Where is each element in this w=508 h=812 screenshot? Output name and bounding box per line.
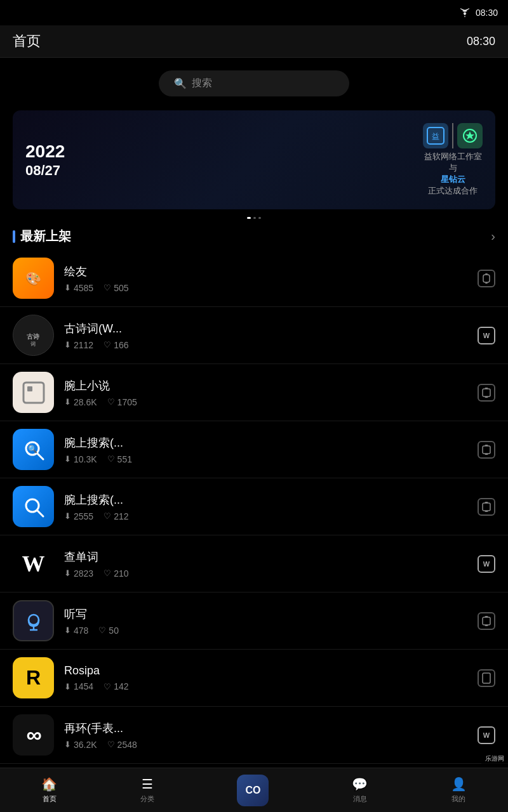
section-title-wrap: 最新上架 [13,228,71,245]
like-icon-9: ♡ [107,740,115,749]
nav-item-co[interactable]: CO [224,772,281,809]
logo-xingzuan [457,123,483,148]
category-icon: ☰ [142,776,153,792]
watermark: 乐游网 [481,753,508,764]
nav-item-category[interactable]: ☰ 分类 [128,774,167,806]
banner-date: 2022 08/27 [25,141,65,179]
download-count-2: 2112 [74,340,93,350]
dot-1 [253,217,256,219]
like-icon-4: ♡ [107,454,115,464]
app-item-2[interactable]: 古诗 词 古诗词(W... ⬇ 2112 ♡ 166 W [0,307,508,364]
app-stats-3: ⬇ 28.6K ♡ 1705 [64,397,472,407]
app-name-5: 腕上搜索(... [64,492,472,508]
search-bar[interactable]: 🔍 搜索 [159,70,349,96]
logo-yisoft: 益 [423,123,448,148]
section-title: 最新上架 [20,228,71,245]
app-info-7: 听写 ⬇ 478 ♡ 50 [64,606,472,636]
download-count-3: 28.6K [74,397,97,407]
app-item-6[interactable]: W 查单词 ⬇ 2823 ♡ 210 W [0,535,508,593]
app-stats-2: ⬇ 2112 ♡ 166 [64,340,472,350]
like-stat-8: ♡ 142 [104,681,128,691]
app-info-4: 腕上搜索(... ⬇ 10.3K ♡ 551 [64,435,472,464]
download-icon-7: ⬇ [64,625,71,635]
status-right: 08:30 [459,8,498,18]
nav-profile-label: 我的 [451,794,465,804]
search-placeholder: 搜索 [192,77,212,90]
download-count-5: 2555 [74,511,93,521]
app-info-8: Rosipa ⬇ 1454 ♡ 142 [64,664,472,691]
banner-right: 益 益软网络工作室 与 星钻云 正式达成合作 [423,123,483,197]
dot-2 [258,217,261,219]
download-count-9: 36.2K [74,740,97,750]
svg-rect-14 [485,396,488,398]
app-info-5: 腕上搜索(... ⬇ 2555 ♡ 212 [64,492,472,521]
download-stat-2: ⬇ 2112 [64,340,93,350]
banner-logos: 益 [423,123,483,148]
app-item-8[interactable]: R Rosipa ⬇ 1454 ♡ 142 [0,650,508,707]
app-name-9: 再环(手表... [64,721,472,736]
svg-rect-24 [485,502,488,503]
svg-text:词: 词 [30,341,36,347]
download-stat-6: ⬇ 2823 [64,568,93,579]
svg-rect-23 [483,503,490,511]
app-item-1[interactable]: 🎨 绘友 ⬇ 4585 ♡ 505 [0,250,508,307]
nav-item-profile[interactable]: 👤 我的 [438,774,479,806]
nav-item-home[interactable]: 🏠 首页 [29,774,70,806]
nav-item-message[interactable]: 💬 消息 [339,774,380,806]
app-item-4[interactable]: 🔍 腕上搜索(... ⬇ 10.3K ♡ 551 [0,421,508,478]
svg-rect-5 [485,273,488,275]
dot-active [247,217,251,219]
app-icon-1: 🎨 [13,258,54,299]
watch-badge-1 [478,270,495,287]
search-icon: 🔍 [174,77,187,89]
download-icon-3: ⬇ [64,397,71,407]
app-item-5[interactable]: 腕上搜索(... ⬇ 2555 ♡ 212 [0,478,508,535]
svg-line-16 [37,453,43,459]
svg-rect-12 [483,389,490,396]
app-info-9: 再环(手表... ⬇ 36.2K ♡ 2548 [64,721,472,750]
like-stat-4: ♡ 551 [107,454,132,464]
svg-rect-20 [485,454,488,455]
svg-rect-11 [27,386,32,391]
like-count-8: 142 [114,681,128,691]
app-icon-5 [13,486,54,527]
banner[interactable]: 2022 08/27 益 益软网络工作室 与 星钻云 正式达成合作 [13,110,495,209]
svg-rect-10 [23,383,44,403]
app-icon-9: ∞ [13,714,54,756]
svg-text:古诗: 古诗 [27,333,40,340]
svg-text:🔍: 🔍 [27,444,37,454]
download-icon-1: ⬇ [64,283,71,292]
app-icon-7 [13,600,54,641]
svg-rect-30 [485,616,488,617]
like-icon-7: ♡ [98,625,106,635]
search-container: 🔍 搜索 [0,58,508,103]
like-count-6: 210 [114,568,128,579]
nav-time: 08:30 [467,35,495,48]
app-name-3: 腕上小说 [64,378,472,393]
app-item-9[interactable]: ∞ 再环(手表... ⬇ 36.2K ♡ 2548 W [0,707,508,764]
app-stats-7: ⬇ 478 ♡ 50 [64,625,472,636]
app-icon-6: W [13,543,54,584]
like-count-7: 50 [109,625,119,636]
download-stat-5: ⬇ 2555 [64,511,93,521]
download-count-1: 4585 [74,283,93,293]
like-icon-3: ♡ [107,397,115,407]
watch-badge-5 [478,498,495,516]
section-more-arrow[interactable]: › [491,229,495,244]
app-stats-1: ⬇ 4585 ♡ 505 [64,283,472,293]
nav-title: 首页 [13,32,41,51]
app-stats-8: ⬇ 1454 ♡ 142 [64,681,472,691]
app-stats-6: ⬇ 2823 ♡ 210 [64,568,472,579]
like-stat-6: ♡ 210 [104,568,128,579]
app-item-7[interactable]: 听写 ⬇ 478 ♡ 50 [0,593,508,650]
like-count-9: 2548 [117,740,137,750]
svg-point-26 [29,615,39,625]
like-icon-2: ♡ [104,340,111,350]
download-stat-7: ⬇ 478 [64,625,88,636]
watch-badge-9: W [478,726,495,744]
app-item-3[interactable]: 腕上小说 ⬇ 28.6K ♡ 1705 [0,364,508,421]
app-icon-3 [13,372,54,413]
svg-rect-13 [485,388,488,389]
like-icon-6: ♡ [104,568,111,578]
app-icon-8: R [13,657,54,698]
